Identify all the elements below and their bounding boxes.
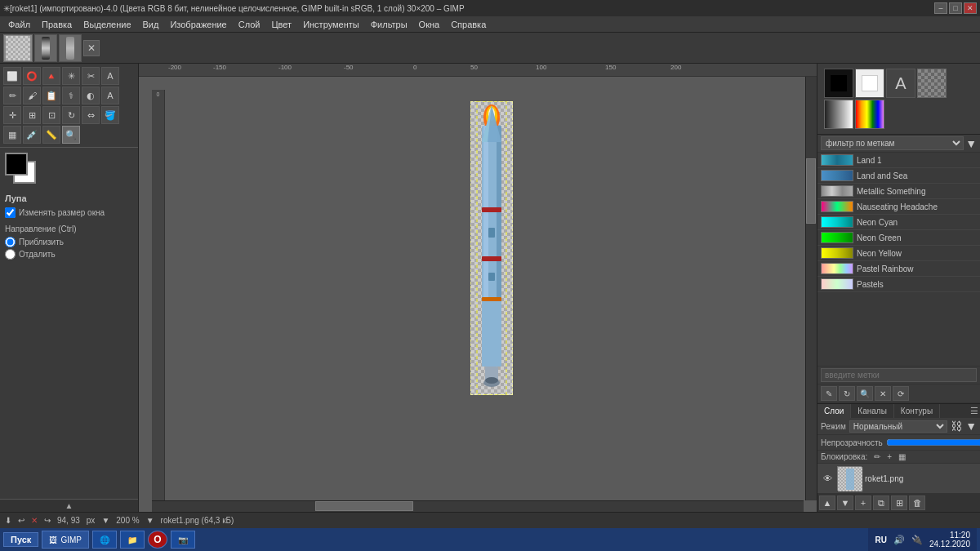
tool-rotate[interactable]: ↻ [62,106,80,124]
close-button[interactable]: ✕ [964,2,977,14]
gradient-item-metallic[interactable]: Metallic Something [817,184,980,199]
lock-alpha-btn[interactable]: ▦ [898,452,906,461]
tool-move[interactable]: ✛ [3,106,21,124]
brush-thumb-rainbow[interactable] [855,100,884,129]
tool-gradient[interactable]: ▦ [3,126,21,144]
tool-rectangle-select[interactable]: ⬜ [3,67,21,85]
gradient-item-land1[interactable]: Land 1 [817,153,980,168]
mode-select[interactable]: Нормальный [849,420,947,433]
mode-extra-btn[interactable]: ▼ [965,420,977,433]
menu-file[interactable]: Файл [3,18,35,31]
menu-selection[interactable]: Выделение [78,18,136,31]
tab-layers[interactable]: Слои [817,404,851,418]
layer-item[interactable]: 👁 roket1. [817,464,980,493]
tab-paths[interactable]: Контуры [894,404,940,418]
zoom-in-radio[interactable] [5,237,16,247]
gradient-item-nauseating[interactable]: Nauseating Headache [817,199,980,215]
taskbar-item-gimp[interactable]: 🖼 GIMP [42,531,89,549]
menu-color[interactable]: Цвет [266,18,296,31]
canvas-scrollbar-h[interactable] [152,500,804,512]
menu-help[interactable]: Справка [446,18,491,31]
tool-free-select[interactable]: 🔺 [42,67,60,85]
gradient-item-neon-green[interactable]: Neon Green [817,230,980,246]
toolbar-image-thumb1[interactable] [3,34,33,62]
layer-new-btn[interactable]: + [855,495,871,510]
menu-filters[interactable]: Фильтры [366,18,412,31]
brush-thumb-text[interactable]: A [886,69,915,98]
tool-text2[interactable]: A [101,87,119,104]
tool-align[interactable]: ⊞ [23,106,41,124]
status-unit-arrow[interactable]: ▼ [101,516,109,525]
tag-clear-btn[interactable]: ⟳ [893,386,909,401]
layers-menu-btn[interactable]: ☰ [969,404,980,418]
tool-bucket[interactable]: 🪣 [101,106,119,124]
menu-view[interactable]: Вид [138,18,164,31]
resize-window-checkbox[interactable] [5,207,16,218]
tags-input-field[interactable] [821,368,977,382]
status-undo-icon[interactable]: ↩ [18,516,24,525]
toolbox-expand-btn[interactable]: ▲ [0,499,138,512]
menu-windows[interactable]: Окна [414,18,445,31]
status-zoom-arrow[interactable]: ▼ [146,516,154,525]
taskbar-item-camera[interactable]: 📷 [171,531,195,549]
gradient-item-pastels[interactable]: Pastels [817,277,980,292]
layer-add-btn[interactable]: ▲ [819,495,835,510]
tool-clone[interactable]: 📋 [42,87,60,104]
status-redo-icon[interactable]: ↪ [44,516,51,525]
menu-tools[interactable]: Инструменты [298,18,364,31]
menu-layer[interactable]: Слой [234,18,265,31]
lock-position-btn[interactable]: + [887,452,892,461]
tool-flip[interactable]: ⇔ [82,106,100,124]
gradient-item-neon-cyan[interactable]: Neon Cyan [817,215,980,230]
tool-measure[interactable]: 📏 [42,126,60,144]
toolbar-image-thumb2[interactable] [34,34,57,62]
layer-merge-btn[interactable]: ⊞ [891,495,907,510]
tag-add-btn[interactable]: ✎ [821,386,837,401]
status-cancel-icon[interactable]: ✕ [31,516,38,525]
gradients-filter-arrow[interactable]: ▼ [965,137,977,150]
tool-paintbrush[interactable]: 🖌 [23,87,41,104]
layer-visibility-btn[interactable]: 👁 [821,472,834,485]
toolbar-image-thumb3[interactable] [59,34,82,62]
foreground-color-box[interactable] [5,153,28,176]
tool-zoom[interactable]: 🔍 [62,126,80,144]
taskbar-item-explorer[interactable]: 📁 [120,531,145,549]
tag-search-btn[interactable]: 🔍 [857,386,873,401]
tool-scissors[interactable]: ✂ [82,67,100,85]
taskbar-item-ie[interactable]: 🌐 [92,531,117,549]
canvas-viewport[interactable] [152,77,817,512]
tool-eyedropper[interactable]: 💉 [23,126,41,144]
gradient-item-pastel-rainbow[interactable]: Pastel Rainbow [817,261,980,277]
gradients-filter-select[interactable]: фильтр по меткам [821,136,964,150]
layer-delete-btn[interactable]: 🗑 [909,495,925,510]
tag-delete-btn[interactable]: ✕ [875,386,891,401]
gradient-item-neon-yellow[interactable]: Neon Yellow [817,246,980,261]
layer-down-btn[interactable]: ▼ [837,495,853,510]
tool-dodge[interactable]: ◐ [82,87,100,104]
menu-image[interactable]: Изображение [165,18,231,31]
tab-channels[interactable]: Каналы [851,404,894,418]
lock-pixels-btn[interactable]: ✏ [874,452,880,461]
brush-thumb-black[interactable] [824,69,853,98]
zoom-out-radio[interactable] [5,249,16,260]
opacity-slider[interactable] [886,437,980,448]
menu-edit[interactable]: Правка [37,18,77,31]
maximize-button[interactable]: □ [949,2,962,14]
tool-pencil[interactable]: ✏ [3,87,21,104]
start-button[interactable]: Пуск [3,532,38,547]
mode-chain-btn[interactable]: ⛓ [951,420,962,433]
brush-thumb-pattern1[interactable] [917,69,947,98]
minimize-button[interactable]: – [934,2,947,14]
tool-text[interactable]: A [101,67,119,85]
tool-ellipse-select[interactable]: ⭕ [23,67,41,85]
toolbar-close-btn[interactable]: ✕ [83,40,100,56]
brush-thumb-white[interactable] [855,69,884,98]
window-controls[interactable]: – □ ✕ [934,2,977,14]
canvas-scrollbar-v[interactable] [805,77,817,500]
tag-refresh-btn[interactable]: ↻ [839,386,855,401]
gradient-item-land-sea[interactable]: Land and Sea [817,168,980,184]
tool-heal[interactable]: ⚕ [62,87,80,104]
brush-thumb-gradient1[interactable] [824,100,853,129]
taskbar-item-opera[interactable]: O [148,531,167,549]
layer-copy-btn[interactable]: ⧉ [873,495,889,510]
